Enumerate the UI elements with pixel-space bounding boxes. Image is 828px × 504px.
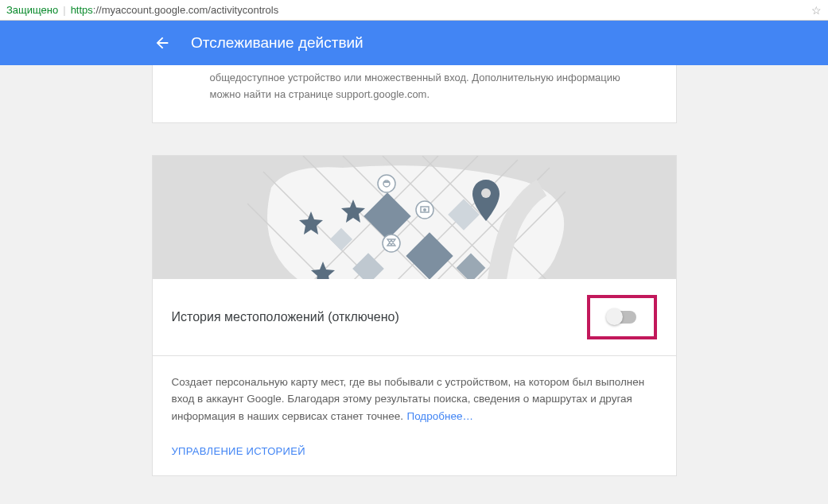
url-path: ://myaccount.google.com/activitycontrols — [93, 4, 278, 16]
page-title: Отслеживание действий — [191, 34, 363, 52]
content-area: общедоступное устройство или множественн… — [0, 65, 828, 504]
svg-point-17 — [378, 175, 395, 192]
svg-point-22 — [423, 208, 426, 211]
app-header: Отслеживание действий — [0, 21, 828, 65]
svg-point-23 — [383, 235, 400, 252]
back-button[interactable] — [146, 27, 178, 59]
bookmark-star-icon[interactable]: ☆ — [811, 4, 822, 17]
url[interactable]: https://myaccount.google.com/activitycon… — [71, 4, 279, 16]
svg-point-24 — [481, 188, 491, 198]
separator: | — [63, 4, 65, 16]
previous-card-text: общедоступное устройство или множественн… — [210, 70, 651, 103]
toggle-thumb — [606, 308, 623, 325]
card-body: Создает персональную карту мест, где вы … — [153, 356, 676, 476]
previous-card-footer: общедоступное устройство или множественн… — [152, 65, 677, 123]
secure-label: Защищено — [6, 4, 58, 16]
svg-rect-19 — [383, 181, 390, 183]
location-history-card: История местоположений (отключено) Созда… — [152, 155, 677, 477]
manage-history-link[interactable]: УПРАВЛЕНИЕ ИСТОРИЕЙ — [172, 445, 305, 457]
location-history-toggle[interactable] — [608, 311, 636, 324]
location-history-title: История местоположений (отключено) — [172, 310, 399, 324]
toggle-highlight-box — [587, 295, 657, 339]
arrow-back-icon — [154, 34, 171, 52]
browser-address-bar: Защищено | https://myaccount.google.com/… — [0, 0, 828, 21]
learn-more-link[interactable]: Подробнее… — [406, 410, 473, 422]
card-container: общедоступное устройство или множественн… — [152, 65, 677, 476]
card-title-row: История местоположений (отключено) — [153, 279, 676, 356]
map-illustration — [153, 156, 676, 279]
url-protocol: https — [71, 4, 93, 16]
